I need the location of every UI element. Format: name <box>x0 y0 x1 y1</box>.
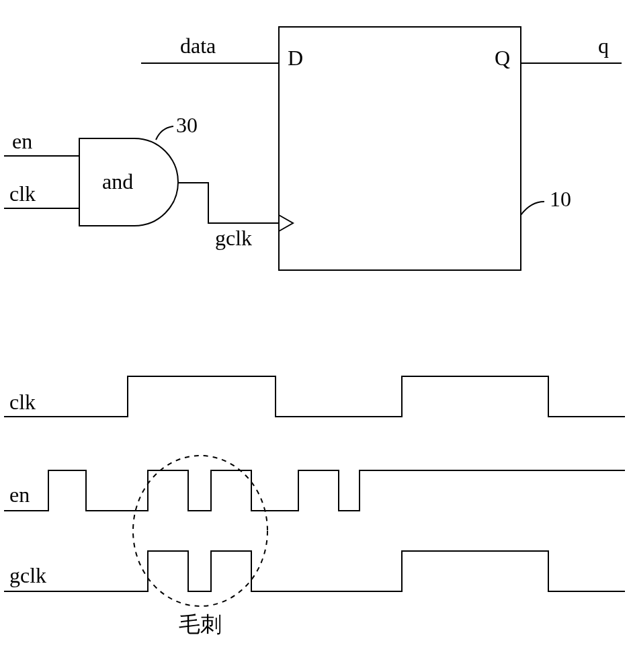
label-en: en <box>12 129 32 154</box>
timing-diagram <box>0 336 631 672</box>
label-data: data <box>180 34 216 58</box>
label-d-port: D <box>288 46 303 71</box>
svg-point-5 <box>133 456 267 606</box>
label-q-signal: q <box>598 34 609 58</box>
label-gclk-wire: gclk <box>215 226 252 251</box>
timing-label-clk: clk <box>9 390 36 415</box>
circuit-diagram <box>0 0 631 336</box>
svg-rect-0 <box>279 27 521 270</box>
timing-label-en: en <box>9 482 30 507</box>
label-clk: clk <box>9 181 36 206</box>
label-ref-30: 30 <box>176 113 198 138</box>
label-and: and <box>102 169 133 194</box>
timing-label-gclk: gclk <box>9 563 46 588</box>
glitch-annotation: 毛刺 <box>179 610 222 640</box>
label-ref-10: 10 <box>550 187 571 212</box>
label-q-port: Q <box>495 46 510 71</box>
